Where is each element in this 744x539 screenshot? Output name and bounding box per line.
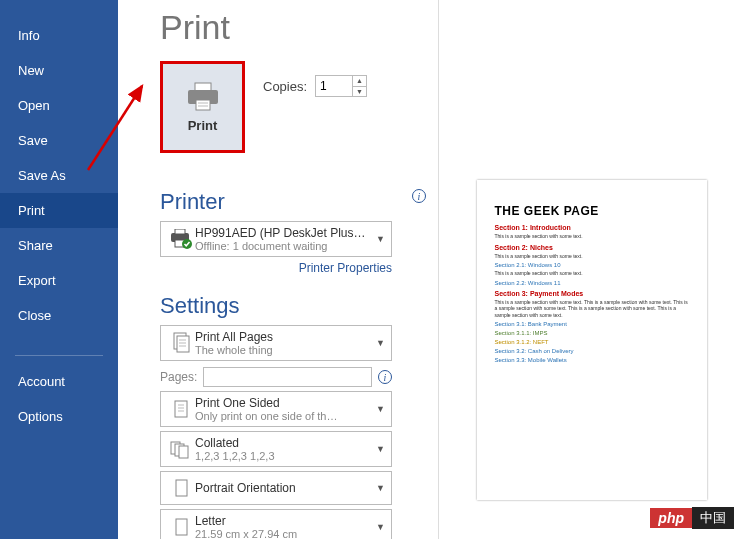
preview-section: Section 3: Payment Modes: [495, 290, 689, 297]
sidebar-item-open[interactable]: Open: [0, 88, 118, 123]
preview-subsection: Section 3.2: Cash on Delivery: [495, 348, 689, 354]
copies-spinner[interactable]: ▲ ▼: [315, 75, 367, 97]
sidebar-item-info[interactable]: Info: [0, 18, 118, 53]
printer-status: Offline: 1 document waiting: [195, 240, 372, 252]
preview-section: Section 1: Introduction: [495, 224, 689, 231]
preview-body: This is a sample section with some text.: [495, 270, 689, 277]
preview-subsection: Section 3.1: Bank Payment: [495, 321, 689, 327]
copies-input[interactable]: [316, 76, 352, 96]
printer-name: HP991AED (HP DeskJet Plus…: [195, 226, 372, 240]
preview-body: This is a sample section with some text.…: [495, 299, 689, 319]
print-range-line1: Print All Pages: [195, 330, 372, 344]
sidebar-item-close[interactable]: Close: [0, 298, 118, 333]
chevron-down-icon: ▼: [376, 483, 385, 493]
preview-subsection: Section 2.1: Windows 10: [495, 262, 689, 268]
sides-line1: Print One Sided: [195, 396, 372, 410]
sidebar-item-options[interactable]: Options: [0, 399, 118, 434]
preview-pane: THE GEEK PAGE Section 1: Introduction Th…: [438, 0, 744, 539]
preview-subsubsection: Section 3.1.2: NEFT: [495, 339, 689, 345]
watermark-php: php: [650, 508, 692, 528]
collated-icon: [169, 438, 193, 460]
paper-line2: 21.59 cm x 27.94 cm: [195, 528, 372, 539]
svg-rect-1: [195, 83, 211, 91]
pages-info-icon[interactable]: i: [378, 370, 392, 384]
chevron-down-icon: ▼: [376, 444, 385, 454]
collation-line2: 1,2,3 1,2,3 1,2,3: [195, 450, 372, 462]
pages-label: Pages:: [160, 370, 197, 384]
printer-status-icon: [169, 229, 193, 249]
paper-line1: Letter: [195, 514, 372, 528]
pages-icon: [170, 332, 192, 354]
chevron-down-icon: ▼: [376, 404, 385, 414]
settings-section-title: Settings: [160, 293, 426, 319]
svg-rect-11: [177, 336, 189, 352]
preview-subsection: Section 2.2: Windows 11: [495, 280, 689, 286]
copies-up[interactable]: ▲: [353, 76, 366, 87]
printer-dropdown[interactable]: HP991AED (HP DeskJet Plus… Offline: 1 do…: [160, 221, 392, 257]
preview-subsubsection: Section 3.1.1: IMPS: [495, 330, 689, 336]
print-range-line2: The whole thing: [195, 344, 372, 356]
one-sided-icon: [170, 398, 192, 420]
preview-subsection: Section 3.3: Mobile Wallets: [495, 357, 689, 363]
preview-section: Section 2: Niches: [495, 244, 689, 251]
printer-icon: [185, 82, 221, 112]
sides-line2: Only print on one side of th…: [195, 410, 372, 422]
sidebar-item-account[interactable]: Account: [0, 364, 118, 399]
paper-dropdown[interactable]: Letter 21.59 cm x 27.94 cm ▼: [160, 509, 392, 539]
sidebar: Info New Open Save Save As Print Share E…: [0, 0, 118, 539]
sidebar-item-new[interactable]: New: [0, 53, 118, 88]
preview-title: THE GEEK PAGE: [495, 204, 689, 218]
portrait-icon: [171, 477, 191, 499]
orientation-dropdown[interactable]: Portrait Orientation ▼: [160, 471, 392, 505]
copies-label: Copies:: [263, 79, 307, 94]
print-button-label: Print: [188, 118, 218, 133]
watermark: php 中国: [650, 507, 734, 529]
sidebar-item-save-as[interactable]: Save As: [0, 158, 118, 193]
svg-rect-15: [175, 401, 187, 417]
preview-body: This is a sample section with some text.: [495, 233, 689, 240]
svg-rect-3: [196, 100, 210, 110]
print-range-dropdown[interactable]: Print All Pages The whole thing ▼: [160, 325, 392, 361]
svg-rect-7: [175, 229, 185, 234]
printer-properties-link[interactable]: Printer Properties: [160, 261, 392, 275]
svg-rect-22: [176, 480, 187, 496]
chevron-down-icon: ▼: [376, 522, 385, 532]
chevron-down-icon: ▼: [376, 234, 385, 244]
collation-dropdown[interactable]: Collated 1,2,3 1,2,3 1,2,3 ▼: [160, 431, 392, 467]
printer-info-icon[interactable]: i: [412, 189, 426, 203]
svg-rect-23: [176, 519, 187, 535]
chevron-down-icon: ▼: [376, 338, 385, 348]
sidebar-item-export[interactable]: Export: [0, 263, 118, 298]
page-title: Print: [160, 8, 426, 47]
printer-section-title: Printer: [160, 189, 225, 215]
orientation-line1: Portrait Orientation: [195, 481, 372, 495]
svg-rect-21: [179, 446, 188, 458]
copies-down[interactable]: ▼: [353, 87, 366, 97]
collation-line1: Collated: [195, 436, 372, 450]
watermark-cn: 中国: [692, 507, 734, 529]
page-preview: THE GEEK PAGE Section 1: Introduction Th…: [477, 180, 707, 500]
pages-input[interactable]: [203, 367, 372, 387]
sidebar-item-share[interactable]: Share: [0, 228, 118, 263]
paper-size-icon: [171, 516, 191, 538]
print-button[interactable]: Print: [160, 61, 245, 153]
sidebar-item-print[interactable]: Print: [0, 193, 118, 228]
sidebar-item-save[interactable]: Save: [0, 123, 118, 158]
sidebar-divider: [15, 355, 103, 356]
preview-body: This is a sample section with some text.: [495, 253, 689, 260]
sides-dropdown[interactable]: Print One Sided Only print on one side o…: [160, 391, 392, 427]
